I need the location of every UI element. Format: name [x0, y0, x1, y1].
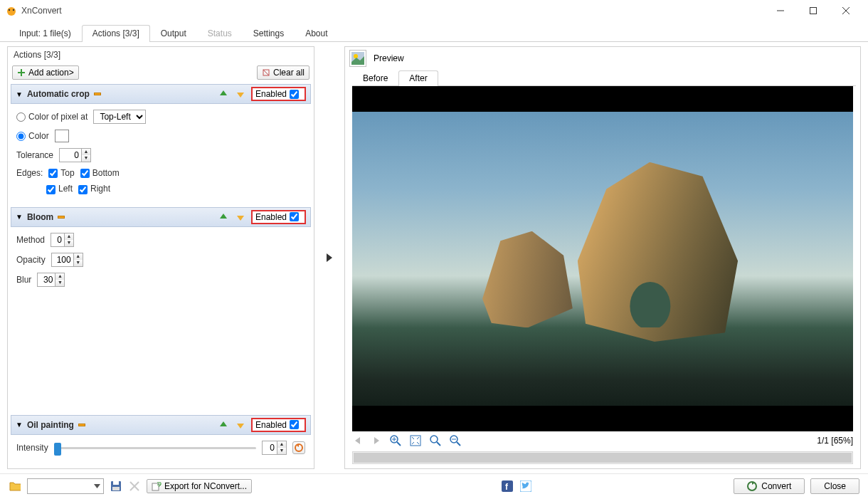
edge-left-checkbox[interactable]: Left — [46, 184, 73, 194]
preview-scrollbar[interactable] — [352, 451, 853, 464]
move-down-button[interactable] — [234, 419, 247, 431]
action-name: Oil painting — [27, 420, 74, 430]
intensity-slider[interactable] — [54, 441, 256, 454]
method-input[interactable] — [51, 233, 64, 246]
method-spinbox[interactable]: ▲▼ — [51, 233, 74, 247]
enabled-checkbox[interactable] — [290, 90, 299, 99]
move-up-button[interactable] — [217, 88, 230, 100]
tab-input[interactable]: Input: 1 file(s) — [9, 25, 82, 42]
edge-top-checkbox[interactable]: Top — [48, 168, 74, 178]
tab-before[interactable]: Before — [352, 70, 398, 86]
action-header-bloom[interactable]: ▼ Bloom Enabled — [11, 207, 311, 227]
preview-label: Preview — [374, 53, 404, 63]
tab-status[interactable]: Status — [197, 25, 243, 42]
zoom-fit-button[interactable] — [409, 434, 422, 447]
svg-rect-26 — [112, 487, 120, 490]
close-app-button[interactable]: Close — [810, 478, 859, 494]
convert-button[interactable]: Convert — [734, 478, 805, 494]
intensity-input[interactable] — [263, 441, 277, 454]
action-header-oil-painting[interactable]: ▼ Oil painting Enabled — [11, 415, 311, 435]
status-bar-icon — [58, 216, 65, 219]
spin-up[interactable]: ▲ — [55, 273, 64, 280]
caret-down-icon: ▼ — [16, 90, 23, 98]
blur-spinbox[interactable]: ▲▼ — [37, 273, 65, 287]
zoom-out-button[interactable] — [449, 434, 462, 447]
preview-tabs: Before After — [352, 70, 856, 86]
prev-image-button[interactable] — [352, 434, 365, 447]
enabled-label: Enabled — [255, 212, 287, 222]
save-preset-button[interactable] — [110, 480, 122, 493]
next-image-button[interactable] — [371, 434, 383, 447]
zoom-in-button[interactable] — [389, 434, 402, 447]
delete-preset-button[interactable] — [128, 480, 141, 493]
preview-thumb-icon[interactable] — [349, 50, 366, 67]
action-body-automatic-crop: Color of pixel at Top-Left Color Toleran… — [8, 104, 314, 206]
tab-actions[interactable]: Actions [3/3] — [82, 25, 150, 42]
export-nconvert-button[interactable]: Export for NConvert... — [147, 479, 252, 493]
enabled-checkbox[interactable] — [290, 212, 299, 221]
intensity-label: Intensity — [16, 443, 48, 453]
expand-arrow[interactable] — [319, 46, 340, 469]
preview-image[interactable] — [352, 86, 853, 431]
add-action-button[interactable]: Add action> — [12, 65, 79, 80]
maximize-button[interactable] — [797, 0, 830, 21]
opacity-spinbox[interactable]: ▲▼ — [51, 253, 83, 267]
pixel-at-radio[interactable]: Color of pixel at — [16, 112, 88, 122]
move-down-button[interactable] — [234, 88, 247, 100]
twitter-icon[interactable] — [519, 480, 532, 493]
edge-bottom-checkbox[interactable]: Bottom — [80, 168, 120, 178]
open-folder-button[interactable] — [9, 480, 21, 493]
action-name: Bloom — [27, 212, 53, 222]
blur-input[interactable] — [38, 273, 55, 286]
spin-up[interactable]: ▲ — [74, 253, 83, 260]
zoom-100-button[interactable] — [429, 434, 442, 447]
clear-all-button[interactable]: Clear all — [257, 65, 309, 80]
opacity-input[interactable] — [52, 253, 73, 266]
tolerance-spinbox[interactable]: ▲▼ — [59, 148, 91, 162]
tab-output[interactable]: Output — [150, 25, 197, 42]
caret-down-icon: ▼ — [16, 421, 23, 429]
clear-all-label: Clear all — [273, 68, 305, 78]
move-up-button[interactable] — [217, 419, 230, 431]
app-icon — [6, 5, 17, 16]
spin-down[interactable]: ▼ — [82, 155, 90, 162]
spin-up[interactable]: ▲ — [82, 149, 90, 155]
plus-icon — [17, 68, 26, 77]
spin-down[interactable]: ▼ — [277, 448, 286, 454]
close-button[interactable] — [830, 0, 862, 21]
svg-line-10 — [263, 70, 269, 75]
enabled-checkbox-wrap[interactable]: Enabled — [251, 210, 306, 224]
color-swatch[interactable] — [55, 130, 69, 142]
pixel-at-select[interactable]: Top-Left — [93, 110, 146, 124]
clear-icon — [262, 68, 270, 77]
status-bar-icon — [94, 93, 101, 95]
enabled-checkbox-wrap[interactable]: Enabled — [251, 418, 306, 432]
spin-down[interactable]: ▼ — [65, 240, 73, 246]
titlebar: XnConvert — [0, 0, 868, 21]
minimize-button[interactable] — [764, 0, 797, 21]
action-header-automatic-crop[interactable]: ▼ Automatic crop Enabled — [11, 84, 311, 104]
svg-rect-25 — [113, 481, 119, 485]
tab-after[interactable]: After — [398, 70, 438, 86]
spin-up[interactable]: ▲ — [277, 441, 286, 448]
edge-right-checkbox[interactable]: Right — [78, 184, 110, 194]
spin-up[interactable]: ▲ — [65, 233, 73, 240]
action-body-bloom: Method ▲▼ Opacity ▲▼ Blur ▲▼ — [8, 227, 314, 414]
enabled-checkbox[interactable] — [290, 420, 299, 429]
color-radio[interactable]: Color — [16, 131, 49, 141]
preset-dropdown[interactable] — [27, 478, 104, 494]
reset-button[interactable] — [292, 441, 305, 454]
spin-down[interactable]: ▼ — [55, 280, 64, 286]
main-tabs: Input: 1 file(s) Actions [3/3] Output St… — [0, 21, 868, 42]
enabled-checkbox-wrap[interactable]: Enabled — [251, 87, 306, 101]
tab-about[interactable]: About — [295, 25, 338, 42]
svg-line-15 — [397, 442, 401, 446]
facebook-icon[interactable]: f — [501, 480, 514, 493]
move-up-button[interactable] — [217, 211, 230, 224]
preview-counter: 1/1 [65%] — [817, 436, 853, 446]
intensity-spinbox[interactable]: ▲▼ — [262, 441, 287, 455]
spin-down[interactable]: ▼ — [74, 260, 83, 266]
tab-settings[interactable]: Settings — [243, 25, 295, 42]
tolerance-input[interactable] — [60, 149, 81, 162]
move-down-button[interactable] — [234, 211, 247, 224]
